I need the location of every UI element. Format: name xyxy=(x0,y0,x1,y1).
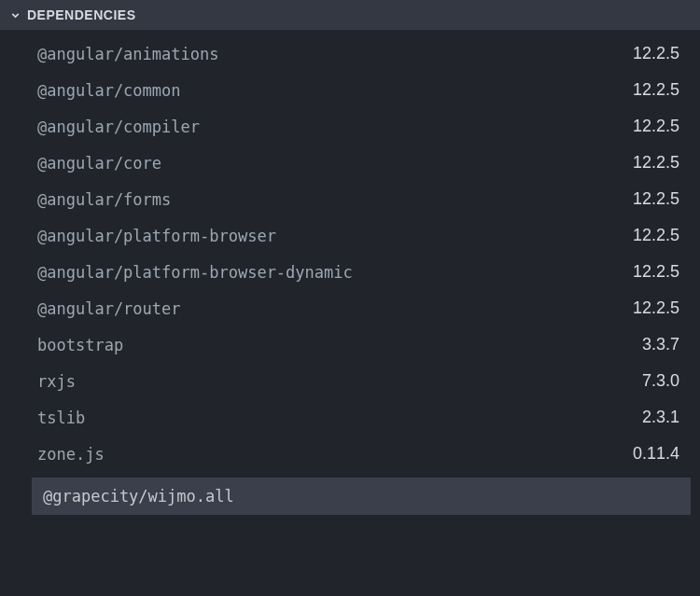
dependency-version: 0.11.4 xyxy=(633,444,679,464)
dependency-name: @angular/common xyxy=(37,81,181,100)
dependency-version: 3.3.7 xyxy=(642,335,679,354)
dependency-version: 12.2.5 xyxy=(633,153,679,173)
dependency-version: 7.3.0 xyxy=(642,371,679,391)
dependency-item[interactable]: @angular/forms 12.2.5 xyxy=(0,181,700,217)
dependency-item[interactable]: @angular/core 12.2.5 xyxy=(0,145,700,181)
dependencies-title: DEPENDENCIES xyxy=(27,7,135,22)
dependency-name: zone.js xyxy=(37,445,105,464)
dependency-name: @angular/animations xyxy=(37,45,218,63)
dependency-name: rxjs xyxy=(37,372,76,391)
dependency-name: tslib xyxy=(37,409,85,427)
dependency-version: 12.2.5 xyxy=(633,44,679,63)
dependency-item[interactable]: @angular/platform-browser-dynamic 12.2.5 xyxy=(0,254,700,290)
dependency-version: 12.2.5 xyxy=(633,262,679,282)
dependency-item[interactable]: bootstrap 3.3.7 xyxy=(0,326,700,363)
dependency-name: @angular/forms xyxy=(37,190,171,209)
dependency-item[interactable]: rxjs 7.3.0 xyxy=(0,363,700,399)
dependencies-list: @angular/animations 12.2.5 @angular/comm… xyxy=(0,30,700,472)
dependency-name: @angular/router xyxy=(37,299,181,318)
dependency-input-row xyxy=(0,478,700,515)
dependency-version: 2.3.1 xyxy=(642,408,679,427)
dependency-version: 12.2.5 xyxy=(633,117,679,136)
chevron-down-icon xyxy=(9,9,21,21)
dependency-item[interactable]: @angular/common 12.2.5 xyxy=(0,72,700,108)
dependency-version: 12.2.5 xyxy=(633,298,679,318)
dependency-version: 12.2.5 xyxy=(633,189,679,209)
dependency-name: @angular/platform-browser-dynamic xyxy=(37,263,353,282)
dependencies-header[interactable]: DEPENDENCIES xyxy=(0,0,700,30)
dependency-item[interactable]: @angular/compiler 12.2.5 xyxy=(0,108,700,145)
dependency-item[interactable]: zone.js 0.11.4 xyxy=(0,436,700,472)
dependency-item[interactable]: tslib 2.3.1 xyxy=(0,399,700,436)
add-dependency-input[interactable] xyxy=(32,478,691,515)
dependency-name: @angular/platform-browser xyxy=(37,227,276,245)
dependency-item[interactable]: @angular/platform-browser 12.2.5 xyxy=(0,217,700,254)
dependency-version: 12.2.5 xyxy=(633,226,679,245)
dependency-name: @angular/core xyxy=(37,154,161,173)
dependency-version: 12.2.5 xyxy=(633,80,679,100)
dependency-item[interactable]: @angular/router 12.2.5 xyxy=(0,290,700,326)
dependency-item[interactable]: @angular/animations 12.2.5 xyxy=(0,35,700,72)
dependency-name: bootstrap xyxy=(37,336,123,354)
dependency-name: @angular/compiler xyxy=(37,118,200,136)
